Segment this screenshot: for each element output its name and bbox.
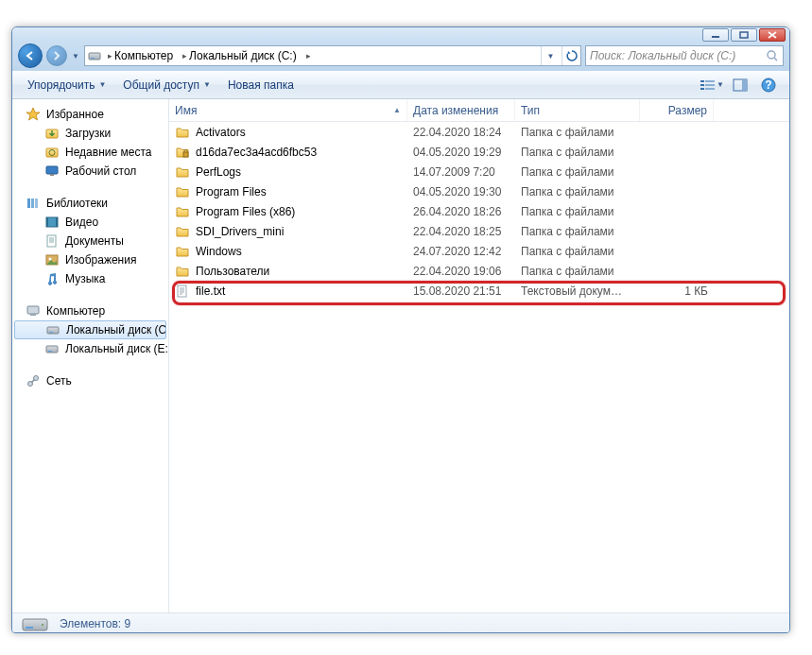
nav-computer[interactable]: Компьютер [12, 302, 168, 320]
nav-pictures[interactable]: Изображения [12, 250, 168, 269]
forward-button[interactable] [46, 45, 67, 66]
svg-point-41 [42, 624, 43, 626]
file-name: SDI_Drivers_mini [196, 225, 284, 238]
chevron-right-icon: ▸ [108, 51, 112, 60]
nav-label: Библиотеки [46, 197, 108, 210]
folder-icon [175, 184, 190, 199]
file-type: Папка с файлами [521, 185, 614, 198]
new-folder-label: Новая папка [228, 78, 294, 92]
file-row[interactable]: d16da7ec3a4acd6fbc5304.05.2020 19:29Папк… [169, 142, 789, 162]
refresh-button[interactable] [561, 46, 580, 65]
column-label: Дата изменения [413, 104, 498, 117]
chevron-right-icon: ▸ [182, 51, 187, 60]
svg-rect-9 [700, 88, 704, 90]
maximize-button[interactable] [731, 28, 757, 42]
chevron-down-icon: ▼ [203, 80, 211, 89]
preview-pane-button[interactable] [727, 75, 753, 95]
organize-button[interactable]: Упорядочить ▼ [20, 75, 113, 95]
arrow-left-icon [24, 49, 37, 62]
nav-desktop[interactable]: Рабочий стол [12, 162, 168, 181]
file-row[interactable]: Program Files (x86)26.04.2020 18:26Папка… [169, 201, 789, 221]
file-row[interactable]: Windows24.07.2020 12:42Папка с файлами [169, 241, 789, 261]
file-type: Папка с файлами [521, 126, 614, 139]
nav-network[interactable]: Сеть [12, 371, 168, 390]
file-type: Папка с файлами [521, 205, 614, 218]
video-icon [44, 215, 60, 230]
column-label: Имя [175, 104, 197, 117]
nav-drive-c[interactable]: Локальный диск (C:) [14, 320, 166, 339]
breadcrumb-label: Локальный диск (C:) [189, 49, 297, 62]
svg-rect-7 [700, 84, 704, 86]
svg-rect-39 [23, 619, 47, 630]
svg-rect-0 [712, 36, 719, 38]
search-icon [766, 49, 779, 62]
column-date[interactable]: Дата изменения [407, 99, 515, 121]
svg-rect-8 [705, 84, 715, 86]
file-type: Папка с файлами [521, 165, 614, 179]
view-icon [700, 78, 715, 92]
breadcrumb-label: Компьютер [114, 49, 173, 62]
file-row[interactable]: Activators22.04.2020 18:24Папка с файлам… [169, 122, 789, 142]
nav-downloads[interactable]: Загрузки [12, 124, 168, 143]
svg-point-28 [49, 258, 52, 261]
nav-group-computer: Компьютер Локальный диск (C:) Локальный … [12, 302, 168, 358]
pane-icon [733, 78, 748, 92]
status-bar: Элементов: 9 [12, 612, 789, 633]
file-row[interactable]: file.txt15.08.2020 21:51Текстовый докум…… [169, 281, 789, 301]
folder-icon [175, 224, 190, 239]
folder-icon [175, 244, 190, 259]
new-folder-button[interactable]: Новая папка [220, 75, 302, 95]
status-count: Элементов: 9 [60, 617, 130, 630]
nav-label: Документы [65, 234, 124, 248]
file-row[interactable]: PerfLogs14.07.2009 7:20Папка с файлами [169, 162, 789, 181]
nav-label: Избранное [46, 108, 104, 121]
nav-history-dropdown[interactable]: ▼ [71, 45, 80, 66]
column-name[interactable]: Имя ▲ [169, 99, 407, 121]
svg-rect-18 [46, 166, 58, 174]
minimize-button[interactable] [702, 28, 729, 42]
svg-rect-30 [30, 314, 36, 316]
chevron-down-icon: ▼ [717, 80, 724, 89]
documents-icon [44, 233, 60, 249]
breadcrumb-computer[interactable]: ▸ Компьютер [104, 46, 177, 65]
search-placeholder: Поиск: Локальный диск (C:) [590, 49, 762, 62]
svg-rect-32 [49, 332, 53, 333]
share-button[interactable]: Общий доступ ▼ [115, 75, 218, 95]
svg-rect-12 [742, 79, 747, 91]
file-name: Program Files (x86) [196, 205, 295, 218]
nav-music[interactable]: Музыка [12, 269, 168, 288]
view-mode-button[interactable]: ▼ [699, 75, 725, 95]
nav-group-network: Сеть [12, 371, 168, 390]
help-button[interactable]: ? [755, 75, 782, 95]
drive-icon [87, 48, 102, 63]
file-date: 22.04.2020 19:06 [413, 265, 501, 278]
body: Избранное Загрузки Недавние места Рабочи… [12, 99, 789, 612]
svg-rect-5 [700, 80, 704, 82]
nav-documents[interactable]: Документы [12, 232, 168, 250]
music-icon [44, 271, 60, 286]
breadcrumb-drive-c[interactable]: ▸ Локальный диск (C:) [179, 46, 301, 65]
close-button[interactable] [759, 28, 786, 42]
address-dropdown[interactable]: ▼ [541, 46, 560, 65]
organize-label: Упорядочить [27, 78, 95, 92]
recent-icon [44, 145, 60, 160]
file-row[interactable]: Пользователи22.04.2020 19:06Папка с файл… [169, 261, 789, 281]
back-button[interactable] [18, 43, 43, 68]
column-size[interactable]: Размер [640, 99, 714, 121]
drive-icon [44, 341, 60, 356]
file-row[interactable]: SDI_Drivers_mini22.04.2020 18:25Папка с … [169, 221, 789, 241]
nav-label: Музыка [65, 272, 105, 285]
navigation-pane[interactable]: Избранное Загрузки Недавние места Рабочи… [12, 99, 169, 612]
column-type[interactable]: Тип [515, 99, 640, 121]
nav-recent[interactable]: Недавние места [12, 143, 168, 162]
nav-drive-e[interactable]: Локальный диск (E:) [12, 339, 168, 358]
file-name: Program Files [196, 185, 267, 198]
nav-videos[interactable]: Видео [12, 213, 168, 232]
nav-favorites[interactable]: Избранное [12, 105, 168, 124]
file-row[interactable]: Program Files04.05.2020 19:30Папка с фай… [169, 181, 789, 201]
nav-label: Локальный диск (E:) [65, 342, 168, 355]
address-bar[interactable]: ▸ Компьютер ▸ Локальный диск (C:) ▸ ▼ [84, 45, 581, 66]
nav-group-libraries: Библиотеки Видео Документы Изображения М… [12, 194, 168, 288]
nav-libraries[interactable]: Библиотеки [12, 194, 168, 213]
search-input[interactable]: Поиск: Локальный диск (C:) [585, 45, 784, 66]
